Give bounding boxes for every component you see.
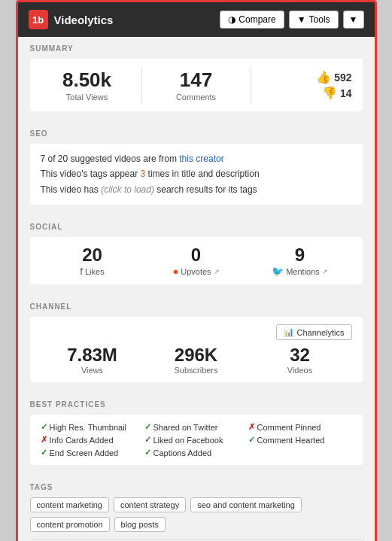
seo-line3-pre: This video has xyxy=(41,184,102,195)
likes-value: 592 xyxy=(334,71,351,84)
channel-views-item: 7.83M Views xyxy=(41,345,144,375)
divider-2 xyxy=(251,66,251,104)
tag[interactable]: content marketing xyxy=(30,497,109,512)
channel-subscribers-value: 296K xyxy=(144,345,248,366)
best-practice-label: Comment Hearted xyxy=(257,436,325,445)
thumbs-col: 👍 592 👎 14 xyxy=(259,70,352,100)
total-views-value: 8.50k xyxy=(41,68,134,92)
twitter-mentions-value: 9 xyxy=(248,245,352,266)
summary-label: SUMMARY xyxy=(30,44,363,53)
likes-label-text: Likes xyxy=(85,267,105,276)
seo-line3: This video has (click to load) search re… xyxy=(41,182,352,197)
tag[interactable]: content promotion xyxy=(30,517,110,532)
twitter-mentions-label[interactable]: 🐦 Mentions ↗ xyxy=(248,266,352,277)
tools-button[interactable]: ▼ Tools xyxy=(289,11,339,29)
channel-section: CHANNEL 📊 Channelytics 7.83M Views 296K … xyxy=(18,295,375,393)
seo-click-to-load[interactable]: (click to load) xyxy=(101,184,154,195)
external-link-icon-mentions: ↗ xyxy=(322,268,328,275)
best-practice-item: ✓End Screen Added xyxy=(41,448,144,457)
best-practice-label: High Res. Thumbnail xyxy=(50,423,127,432)
tools-label: Tools xyxy=(309,14,330,25)
cross-icon: ✗ xyxy=(41,435,47,445)
facebook-likes-label: f Likes xyxy=(41,266,144,277)
channel-videos-item: 32 Videos xyxy=(248,345,352,375)
main-panel: 1b Videolytics ◑ Compare ▼ Tools ▼ SUMMA… xyxy=(16,0,377,541)
seo-text: 7 of 20 suggested videos are from this c… xyxy=(41,151,352,197)
summary-section: SUMMARY 8.50k Total Views 147 Comments 👍… xyxy=(18,37,375,122)
social-section: SOCIAL 20 f Likes 0 ● Upvotes ↗ xyxy=(18,215,375,295)
seo-line2-post: times in title and description xyxy=(145,169,259,179)
channel-videos-value: 32 xyxy=(248,345,352,366)
tag[interactable]: seo and content marketing xyxy=(190,497,302,512)
best-practice-item: ✓Captions Added xyxy=(144,448,248,457)
best-practice-label: Info Cards Added xyxy=(50,436,114,445)
seo-creator-link[interactable]: this creator xyxy=(179,153,223,164)
check-icon: ✓ xyxy=(144,435,151,445)
social-card: 20 f Likes 0 ● Upvotes ↗ 9 xyxy=(30,237,363,284)
compare-button[interactable]: ◑ Compare xyxy=(220,11,284,29)
compare-icon: ◑ xyxy=(228,14,236,25)
app-title: Videolytics xyxy=(54,14,114,26)
cross-icon: ✗ xyxy=(248,422,255,432)
channel-label: CHANNEL xyxy=(30,302,363,311)
reddit-upvotes-item: 0 ● Upvotes ↗ xyxy=(144,245,248,277)
seo-line2-pre: This video's tags appear xyxy=(41,169,141,179)
channelytics-label: Channelytics xyxy=(297,328,345,337)
divider-1 xyxy=(141,66,142,104)
seo-card: 7 of 20 suggested videos are from this c… xyxy=(30,144,363,205)
check-icon: ✓ xyxy=(144,422,151,432)
best-practices-grid: ✓High Res. Thumbnail✓Shared on Twitter✗C… xyxy=(41,422,352,457)
best-practice-item: ✓High Res. Thumbnail xyxy=(41,422,144,432)
best-practice-item: ✓Shared on Twitter xyxy=(144,422,248,432)
best-practices-card: ✓High Res. Thumbnail✓Shared on Twitter✗C… xyxy=(30,415,363,465)
channel-header: 📊 Channelytics xyxy=(41,324,352,340)
tag[interactable]: blog posts xyxy=(114,517,166,532)
mentions-label-text: Mentions xyxy=(286,267,320,276)
twitter-icon: 🐦 xyxy=(272,266,284,277)
dislikes-row: 👎 14 xyxy=(322,86,352,100)
tags-section: TAGS content marketingcontent strategyse… xyxy=(18,476,375,539)
channel-videos-label: Videos xyxy=(248,366,352,375)
reddit-upvotes-label[interactable]: ● Upvotes ↗ xyxy=(144,266,248,277)
seo-line2: This video's tags appear 3 times in titl… xyxy=(41,166,352,181)
summary-card: 8.50k Total Views 147 Comments 👍 592 👎 xyxy=(30,59,363,111)
dislikes-value: 14 xyxy=(340,87,352,99)
upvotes-label-text: Upvotes xyxy=(181,267,211,276)
header-left: 1b Videolytics xyxy=(29,10,114,29)
social-row: 20 f Likes 0 ● Upvotes ↗ 9 xyxy=(41,245,352,277)
seo-line1-pre: 7 of 20 suggested videos are from xyxy=(41,153,180,164)
thumbs-down-icon: 👎 xyxy=(322,86,337,100)
channel-subscribers-item: 296K Subscribers xyxy=(144,345,248,375)
channel-views-label: Views xyxy=(41,366,144,375)
check-icon: ✓ xyxy=(41,422,47,432)
channelytics-button[interactable]: 📊 Channelytics xyxy=(276,324,352,340)
seo-section: SEO 7 of 20 suggested videos are from th… xyxy=(18,122,375,215)
seo-line3-post: search results for its tags xyxy=(154,184,257,195)
social-label: SOCIAL xyxy=(30,223,363,231)
best-practice-label: Liked on Facebook xyxy=(153,436,223,445)
tools-dropdown-icon: ▼ xyxy=(297,14,306,25)
best-practice-label: Comment Pinned xyxy=(257,423,321,432)
tags-label: TAGS xyxy=(30,483,363,491)
channel-card: 📊 Channelytics 7.83M Views 296K Subscrib… xyxy=(30,317,363,382)
total-views-item: 8.50k Total Views xyxy=(41,68,134,101)
best-practice-label: Captions Added xyxy=(153,448,212,457)
reddit-upvotes-value: 0 xyxy=(144,245,248,266)
seo-line1: 7 of 20 suggested videos are from this c… xyxy=(41,151,352,166)
logo-icon: 1b xyxy=(29,10,48,29)
thumbs-up-icon: 👍 xyxy=(316,70,331,84)
best-practice-item: ✗Info Cards Added xyxy=(41,435,144,445)
reddit-icon: ● xyxy=(172,266,178,277)
total-views-label: Total Views xyxy=(41,93,134,102)
tag[interactable]: content strategy xyxy=(114,497,186,512)
best-practice-item: ✗Comment Pinned xyxy=(248,422,352,432)
facebook-likes-item: 20 f Likes xyxy=(41,245,144,277)
tags-wrap: content marketingcontent strategyseo and… xyxy=(30,497,363,532)
comments-value: 147 xyxy=(150,68,243,92)
channel-row: 7.83M Views 296K Subscribers 32 Videos xyxy=(41,345,352,375)
comments-item: 147 Comments xyxy=(150,68,243,101)
best-practices-label: BEST PRACTICES xyxy=(30,400,363,409)
best-practice-item: ✓Comment Hearted xyxy=(248,435,352,445)
best-practice-label: End Screen Added xyxy=(50,448,119,457)
more-dropdown-button[interactable]: ▼ xyxy=(343,11,364,29)
